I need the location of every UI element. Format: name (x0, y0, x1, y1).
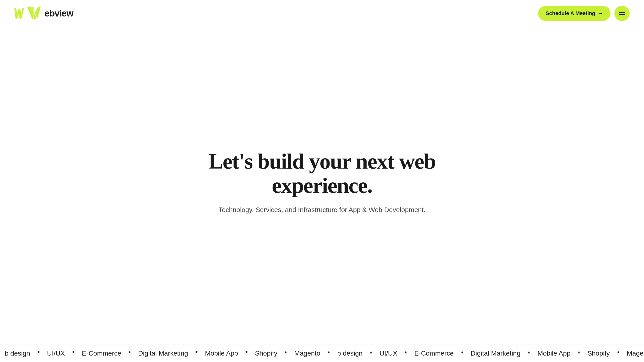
ticker-item-magento-2: Magento (622, 350, 644, 357)
ticker-sep-4: * (193, 350, 200, 357)
menu-line-top (619, 12, 625, 13)
ticker-item-web-design-2: b design (332, 350, 367, 357)
arrow-icon: → (598, 10, 603, 16)
menu-line-middle (619, 14, 625, 15)
header-right: Schedule A Meeting → (538, 6, 630, 21)
header: ebview Schedule A Meeting → (0, 0, 644, 27)
ticker-sep-11: * (525, 350, 533, 357)
ticker-item-uiux-2: UI/UX (375, 350, 402, 357)
ticker-sep-8: * (367, 350, 375, 357)
ticker-item-mobile-app-2: Mobile App (533, 350, 576, 357)
ticker-sep-12: * (575, 350, 582, 357)
ticker-item-magento: Magento (290, 350, 325, 357)
ticker-sep-1: * (35, 350, 42, 357)
ticker-sep-13: * (614, 350, 622, 357)
ticker-item-shopify: Shopify (250, 350, 282, 357)
hero-title: Let's build your next web experience. (191, 149, 454, 197)
hero-subtitle: Technology, Services, and Infrastructure… (219, 206, 426, 214)
ticker-item-digital-marketing: Digital Marketing (133, 350, 193, 357)
ticker-track: b design * UI/UX * E-Commerce * Digital … (0, 350, 644, 357)
logo-text: ebview (44, 8, 73, 19)
hero-section: Let's build your next web experience. Te… (0, 27, 644, 341)
ticker-item-mobile-app: Mobile App (200, 350, 243, 357)
ticker-sep-9: * (402, 350, 410, 357)
logo-wordmark: ebview (27, 6, 73, 21)
ticker-item-digital-marketing-2: Digital Marketing (466, 350, 525, 357)
logo-icon (14, 6, 26, 20)
ticker-sep-10: * (458, 350, 466, 357)
ticker-item-web-design: b design (0, 350, 35, 357)
ticker-bar: b design * UI/UX * E-Commerce * Digital … (0, 345, 644, 362)
ticker-sep-2: * (70, 350, 77, 357)
schedule-btn-label: Schedule A Meeting (546, 10, 595, 16)
ticker-sep-6: * (282, 350, 290, 357)
ticker-sep-5: * (243, 350, 250, 357)
logo[interactable]: ebview (14, 6, 73, 21)
ticker-item-ecommerce-2: E-Commerce (410, 350, 458, 357)
hamburger-menu-button[interactable] (614, 6, 630, 21)
ticker-sep-3: * (126, 350, 133, 357)
schedule-meeting-button[interactable]: Schedule A Meeting → (538, 6, 610, 21)
ticker-item-uiux: UI/UX (42, 350, 70, 357)
ticker-item-shopify-2: Shopify (582, 350, 614, 357)
ticker-item-ecommerce: E-Commerce (77, 350, 126, 357)
ticker-sep-7: * (325, 350, 332, 357)
